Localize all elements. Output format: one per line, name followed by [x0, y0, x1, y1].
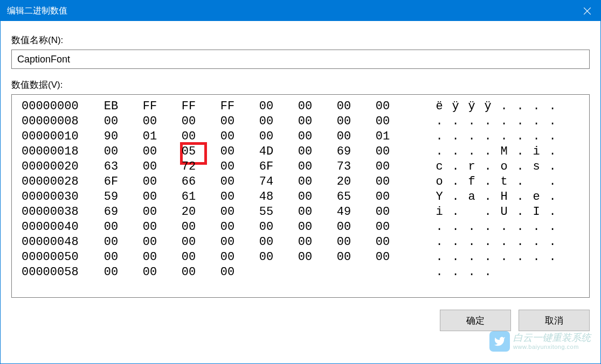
hex-ascii-char: r	[464, 159, 480, 174]
hex-byte[interactable]: 00	[208, 174, 247, 190]
hex-byte[interactable]: 00	[130, 190, 169, 205]
hex-byte[interactable]: 20	[324, 174, 363, 190]
hex-byte[interactable]: 00	[286, 250, 324, 265]
hex-byte[interactable]: 00	[247, 129, 286, 144]
hex-byte[interactable]: 55	[247, 205, 286, 220]
hex-byte[interactable]: 00	[208, 114, 247, 129]
hex-byte[interactable]: 00	[130, 265, 169, 280]
hex-byte[interactable]: 00	[130, 250, 169, 265]
hex-byte[interactable]: 20	[169, 205, 208, 220]
hex-byte[interactable]: 00	[92, 144, 130, 159]
value-name-input[interactable]: CaptionFont	[11, 50, 590, 69]
hex-byte[interactable]: 00	[130, 205, 169, 220]
hex-byte[interactable]: 00	[363, 205, 402, 220]
hex-byte[interactable]: 00	[208, 250, 247, 265]
hex-byte[interactable]: 00	[169, 220, 208, 235]
hex-byte[interactable]: 00	[247, 220, 286, 235]
hex-byte[interactable]: 48	[247, 190, 286, 205]
hex-byte[interactable]: 00	[92, 265, 130, 280]
hex-byte[interactable]: 00	[169, 265, 208, 280]
hex-byte[interactable]: 00	[247, 114, 286, 129]
hex-byte[interactable]: 00	[363, 190, 402, 205]
hex-byte[interactable]: 90	[92, 129, 130, 144]
hex-byte[interactable]: 00	[324, 235, 363, 250]
hex-byte[interactable]: 00	[363, 114, 402, 129]
hex-byte[interactable]: 00	[169, 129, 208, 144]
hex-byte[interactable]: 00	[92, 220, 130, 235]
hex-editor[interactable]: 00000000EBFFFFFF00000000ëÿÿÿ....00000008…	[11, 94, 590, 298]
hex-byte[interactable]: 00	[286, 174, 324, 190]
hex-byte[interactable]: 00	[208, 220, 247, 235]
hex-byte[interactable]: 00	[324, 114, 363, 129]
hex-byte[interactable]: 00	[363, 235, 402, 250]
hex-byte[interactable]: 00	[208, 205, 247, 220]
hex-byte[interactable]: 00	[363, 159, 402, 174]
ok-button[interactable]: 确定	[440, 310, 511, 331]
hex-byte[interactable]: 00	[286, 99, 324, 114]
hex-byte[interactable]: 00	[286, 235, 324, 250]
hex-byte[interactable]: 66	[169, 174, 208, 190]
hex-byte[interactable]: 00	[363, 144, 402, 159]
hex-byte[interactable]: 00	[363, 220, 402, 235]
hex-byte[interactable]: 69	[324, 144, 363, 159]
hex-byte[interactable]: 01	[130, 129, 169, 144]
hex-byte[interactable]: EB	[92, 99, 130, 114]
hex-byte[interactable]: 00	[247, 99, 286, 114]
hex-byte[interactable]: FF	[169, 99, 208, 114]
hex-byte[interactable]: 00	[286, 205, 324, 220]
hex-ascii-char: .	[544, 205, 561, 220]
hex-byte[interactable]: 59	[92, 190, 130, 205]
hex-byte[interactable]: 65	[324, 190, 363, 205]
hex-byte[interactable]: 05	[169, 144, 208, 159]
close-button[interactable]	[574, 1, 600, 21]
hex-byte[interactable]: 00	[208, 144, 247, 159]
hex-byte[interactable]: 00	[286, 114, 324, 129]
hex-byte[interactable]: 00	[324, 99, 363, 114]
hex-byte[interactable]: 00	[324, 220, 363, 235]
hex-byte[interactable]: 00	[208, 190, 247, 205]
hex-byte[interactable]: 00	[324, 129, 363, 144]
hex-byte[interactable]: 61	[169, 190, 208, 205]
hex-byte[interactable]: 00	[92, 235, 130, 250]
hex-byte[interactable]: 74	[247, 174, 286, 190]
hex-byte[interactable]: 00	[130, 220, 169, 235]
hex-byte[interactable]: 00	[286, 159, 324, 174]
hex-byte[interactable]: 63	[92, 159, 130, 174]
hex-byte[interactable]: 00	[286, 129, 324, 144]
hex-byte[interactable]: 00	[247, 250, 286, 265]
hex-offset: 00000000	[22, 99, 92, 114]
hex-byte[interactable]: 49	[324, 205, 363, 220]
hex-byte[interactable]: 00	[208, 129, 247, 144]
hex-byte[interactable]: 00	[208, 159, 247, 174]
hex-byte[interactable]: 00	[169, 250, 208, 265]
hex-byte[interactable]: 4D	[247, 144, 286, 159]
hex-byte[interactable]: FF	[208, 99, 247, 114]
hex-byte[interactable]: 72	[169, 159, 208, 174]
hex-byte[interactable]: 00	[208, 265, 247, 280]
hex-byte[interactable]: 6F	[92, 174, 130, 190]
hex-byte[interactable]: 00	[130, 144, 169, 159]
hex-byte[interactable]: 00	[130, 174, 169, 190]
hex-byte[interactable]: 00	[247, 235, 286, 250]
hex-byte[interactable]: 00	[169, 235, 208, 250]
hex-byte[interactable]: 00	[324, 250, 363, 265]
hex-byte[interactable]: 00	[363, 174, 402, 190]
hex-byte[interactable]: 00	[286, 220, 324, 235]
hex-byte[interactable]: 00	[363, 99, 402, 114]
hex-byte[interactable]: 00	[92, 114, 130, 129]
hex-byte[interactable]: 01	[363, 129, 402, 144]
hex-byte[interactable]: 6F	[247, 159, 286, 174]
hex-byte[interactable]: 00	[130, 235, 169, 250]
hex-byte[interactable]: 00	[208, 235, 247, 250]
hex-byte[interactable]: 00	[130, 159, 169, 174]
hex-byte[interactable]: 00	[92, 250, 130, 265]
hex-byte[interactable]: 00	[169, 114, 208, 129]
hex-byte[interactable]: 00	[130, 114, 169, 129]
hex-byte[interactable]: 00	[286, 190, 324, 205]
hex-byte[interactable]: 69	[92, 205, 130, 220]
hex-byte[interactable]: 00	[286, 144, 324, 159]
hex-byte[interactable]: 00	[363, 250, 402, 265]
hex-byte[interactable]: 73	[324, 159, 363, 174]
cancel-button[interactable]: 取消	[519, 310, 590, 331]
hex-byte[interactable]: FF	[130, 99, 169, 114]
